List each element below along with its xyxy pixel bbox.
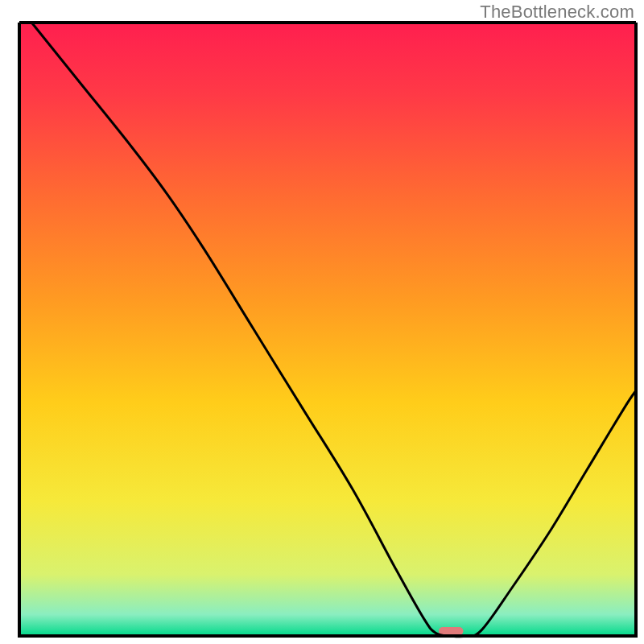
chart-frame: TheBottleneck.com [0,0,644,644]
optimal-marker [439,627,464,635]
gradient-background [19,23,636,636]
chart-canvas [0,0,644,644]
